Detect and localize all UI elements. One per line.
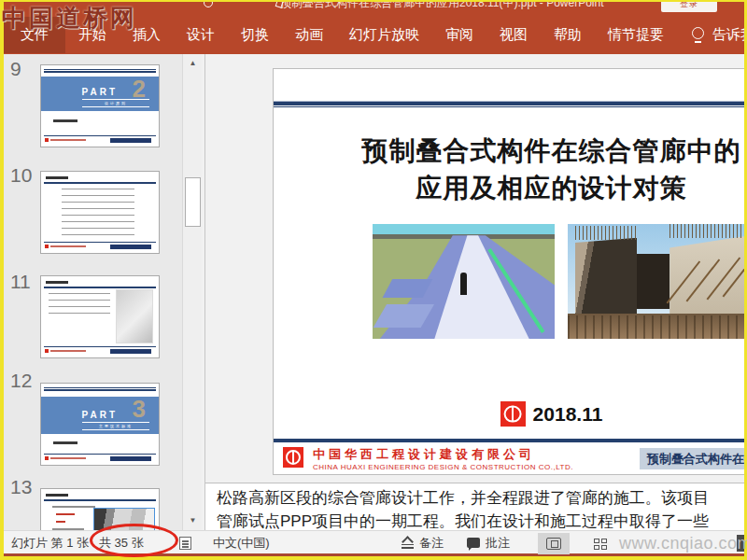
part-label: PART [82, 410, 118, 420]
thumb-red-text [56, 513, 75, 515]
slide-thumbnail-panel: 9 PART 2 设计原则 10 [4, 54, 182, 530]
part-number: 3 [133, 395, 146, 424]
thumbnail-slide-11[interactable] [40, 275, 160, 358]
lightbulb-icon [692, 27, 704, 43]
company-name-cn: 中国华西工程设计建设有限公司 [313, 446, 573, 463]
footer-title-mini [110, 245, 151, 249]
slide-number: 11 [10, 271, 42, 293]
thumb-heading [46, 494, 68, 497]
company-name-mini [50, 245, 86, 247]
slide-canvas[interactable]: 预制叠合式构件在综合管廊中的 应用及相应的设计对策 [273, 68, 744, 475]
tab-transitions[interactable]: 切换 [228, 17, 282, 53]
construction-photo-image[interactable] [568, 224, 744, 339]
thumb-heading [46, 176, 68, 179]
photo-left-wall [575, 238, 637, 318]
tell-me-label: 告诉我 [712, 26, 744, 44]
thumb-part-banner: PART 3 主要技术标准 [41, 397, 159, 434]
normal-view-button[interactable] [538, 533, 570, 554]
site-watermark-bottom: www.cnqiao.com [619, 534, 747, 553]
tab-design[interactable]: 设计 [174, 17, 228, 53]
tab-view[interactable]: 视图 [486, 17, 541, 53]
undo-icon[interactable] [204, 2, 213, 7]
tab-storyboard[interactable]: 情节提要 [595, 17, 677, 53]
render-person [460, 273, 467, 295]
slide-title[interactable]: 预制叠合式构件在综合管廊中的 应用及相应的设计对策 [274, 133, 744, 207]
window-title: 预制叠合式构件在综合管廊中的应用2018.11(中).ppt - PowerPo… [280, 2, 691, 11]
part-subtitle: 主要技术标准 [82, 422, 149, 430]
comments-toggle-button[interactable]: 批注 [467, 531, 510, 554]
company-name-en: CHINA HUAXI ENGINEERING DESIGN & CONSTRU… [313, 463, 573, 471]
company-name-mini [50, 457, 86, 459]
thumb-bullet-text [53, 119, 78, 122]
company-logo-icon [45, 245, 49, 248]
tell-me-box[interactable]: 告诉我 [677, 17, 744, 53]
thumb-footer [44, 242, 156, 249]
thumb-topline [44, 69, 156, 73]
thumb-footer [44, 454, 156, 461]
slide-sorter-view-button[interactable] [585, 533, 616, 554]
signin-label: 登录 [661, 2, 717, 10]
powerpoint-window: 预制叠合式构件在综合管廊中的应用2018.11(中).ppt - PowerPo… [4, 2, 744, 556]
slide-title-line1: 预制叠合式构件在综合管廊中的 [274, 133, 744, 170]
company-name-mini [50, 350, 86, 352]
photo-rebar [669, 224, 744, 238]
company-logo-icon [45, 349, 49, 353]
tab-review[interactable]: 审阅 [432, 17, 486, 53]
thumb-part-banner: PART 2 设计原则 [41, 77, 159, 111]
thumbnail-slide-10[interactable] [40, 171, 160, 254]
photo-right-wall [669, 235, 744, 322]
company-logo-icon [45, 456, 49, 460]
tab-animations[interactable]: 动画 [282, 17, 336, 53]
language-indicator[interactable]: 中文(中国) [213, 531, 270, 554]
notes-toggle-label: 备注 [419, 531, 444, 554]
slide-date-block[interactable]: 2018.11 [274, 401, 744, 430]
normal-view-icon [546, 538, 561, 550]
slide-title-line2: 应用及相应的设计对策 [274, 170, 744, 207]
part-label: PART [82, 87, 118, 97]
thumb-image [116, 289, 153, 343]
thumb-body-lines [52, 506, 95, 508]
thumbnail-slide-9[interactable]: PART 2 设计原则 [40, 64, 160, 147]
photo-rebar [575, 226, 637, 240]
company-name-mini [50, 139, 86, 141]
slide-header-rule [274, 101, 744, 107]
notes-icon [402, 538, 414, 549]
scroll-down-button[interactable]: ▼ [185, 513, 201, 528]
thumbnail-slide-12[interactable]: PART 3 主要技术标准 [40, 383, 160, 466]
thumb-topline [44, 387, 156, 391]
slide-editor-area: 预制叠合式构件在综合管廊中的 应用及相应的设计对策 [205, 54, 744, 483]
company-name-block: 中国华西工程设计建设有限公司 CHINA HUAXI ENGINEERING D… [313, 446, 573, 471]
slide-sorter-icon [594, 539, 607, 550]
tunnel-3d-render-image[interactable] [373, 224, 555, 339]
thumb-body-lines [62, 189, 134, 241]
slide-date: 2018.11 [533, 403, 603, 426]
tab-slideshow[interactable]: 幻灯片放映 [336, 17, 432, 53]
notes-line1: 松路高新区段的综合管廊设计工作，并全程跟进了管廊的施工。该项目 [217, 486, 744, 510]
scroll-up-button[interactable]: ▲ [185, 56, 201, 71]
footer-title-mini [110, 138, 151, 143]
notes-pane[interactable]: 松路高新区段的综合管廊设计工作，并全程跟进了管廊的施工。该项目 管廊试点PPP项… [205, 483, 744, 530]
huaxi-logo-icon [500, 401, 526, 427]
signin-button[interactable]: 登录 [661, 2, 717, 12]
comments-toggle-label: 批注 [486, 531, 510, 554]
comment-icon [467, 538, 480, 548]
thumb-footer [44, 135, 156, 143]
slide-number: 12 [10, 370, 42, 392]
thumb-red-text [56, 521, 65, 523]
footer-title-mini [110, 456, 151, 461]
tab-help[interactable]: 帮助 [541, 17, 595, 53]
proofing-icon[interactable] [179, 537, 191, 550]
thumb-heading-rule [44, 499, 156, 501]
thumb-heading-rule [44, 182, 156, 184]
thumbnail-scrollbar[interactable]: ▲ ▼ [182, 54, 202, 530]
thumb-body-lines [49, 293, 110, 319]
thumb-heading [46, 281, 68, 284]
notes-line2: 管廊试点PPP项目中的一期工程。我们在设计和施工过程中取得了一些 [217, 510, 744, 530]
scrollbar-thumb[interactable] [185, 177, 201, 227]
slide-position-indicator: 幻灯片 第 1 张 [11, 531, 89, 554]
notes-toggle-button[interactable]: 备注 [402, 531, 444, 554]
thumb-bullet-text [53, 441, 78, 444]
red-circle-annotation [90, 524, 178, 557]
content-area: 9 PART 2 设计原则 10 [4, 54, 744, 530]
thumb-heading-rule [44, 287, 156, 288]
